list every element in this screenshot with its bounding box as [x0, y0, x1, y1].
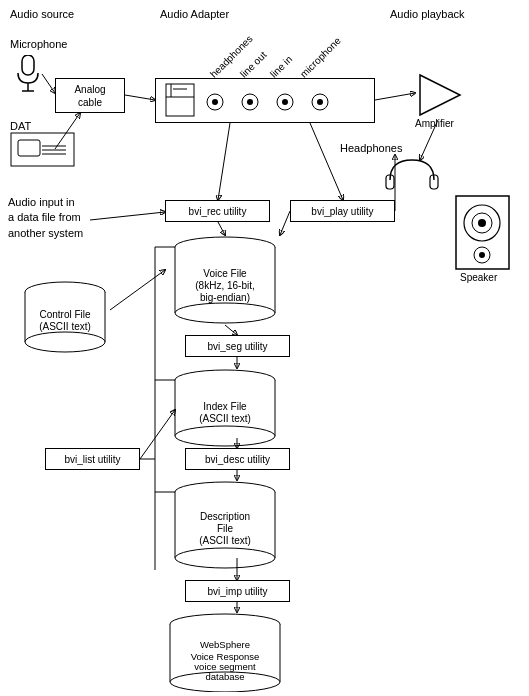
svg-line-81 [110, 270, 165, 310]
headphones-icon [385, 155, 440, 190]
bvi-imp-box: bvi_imp utility [185, 580, 290, 602]
svg-point-13 [212, 99, 218, 105]
bvi-play-box: bvi_play utility [290, 200, 395, 222]
audio-adapter-label: Audio Adapter [160, 8, 229, 20]
svg-point-40 [175, 303, 275, 323]
svg-text:WebSphere: WebSphere [200, 639, 250, 650]
websphere-container: WebSphere Voice Response voice segment d… [165, 612, 285, 694]
svg-line-73 [218, 123, 230, 200]
adapter-jacks [200, 90, 340, 115]
control-file-container: Control File (ASCII text) [20, 280, 110, 345]
description-file-container: Description File (ASCII text) [170, 480, 280, 572]
microphone-label: Microphone [10, 38, 67, 50]
index-file-cylinder: Index File (ASCII text) [170, 368, 280, 448]
svg-marker-20 [420, 75, 460, 115]
control-file-cylinder: Control File (ASCII text) [20, 280, 110, 355]
speaker-icon [455, 195, 510, 270]
svg-line-70 [125, 95, 155, 100]
bvi-seg-box: bvi_seg utility [185, 335, 290, 357]
svg-text:(8kHz, 16-bit,: (8kHz, 16-bit, [195, 280, 254, 291]
headphones-label: Headphones [340, 142, 402, 154]
svg-point-28 [479, 252, 485, 258]
microphone-icon [14, 55, 42, 93]
connector-lineout-label: line out [238, 49, 269, 80]
bvi-rec-box: bvi_rec utility [165, 200, 270, 222]
svg-text:(ASCII text): (ASCII text) [199, 413, 251, 424]
amplifier-label: Amplifier [415, 118, 454, 129]
voice-file-container: Voice File (8kHz, 16-bit, big-endian) [170, 235, 280, 327]
svg-text:Index File: Index File [203, 401, 247, 412]
audio-playback-label: Audio playback [390, 8, 465, 20]
svg-text:(ASCII text): (ASCII text) [199, 535, 251, 546]
svg-point-55 [175, 548, 275, 568]
index-file-container: Index File (ASCII text) [170, 368, 280, 450]
audio-source-label: Audio source [10, 8, 74, 20]
svg-point-26 [478, 219, 486, 227]
svg-text:database: database [205, 671, 244, 682]
svg-rect-4 [18, 140, 40, 156]
speaker-label: Speaker [460, 272, 497, 283]
voice-file-cylinder: Voice File (8kHz, 16-bit, big-endian) [170, 235, 280, 325]
audio-input-label: Audio input ina data file fromanother sy… [8, 195, 83, 241]
svg-line-76 [90, 212, 165, 220]
svg-line-68 [42, 74, 55, 93]
svg-text:File: File [217, 523, 234, 534]
svg-point-17 [282, 99, 288, 105]
svg-text:big-endian): big-endian) [200, 292, 250, 303]
amplifier-icon [415, 70, 465, 120]
description-file-cylinder: Description File (ASCII text) [170, 480, 280, 570]
svg-point-48 [175, 426, 275, 446]
diagram: Audio source Audio Adapter Audio playbac… [0, 0, 529, 696]
bvi-list-box: bvi_list utility [45, 448, 140, 470]
bvi-desc-box: bvi_desc utility [185, 448, 290, 470]
svg-line-77 [218, 222, 225, 235]
connector-microphone-label: microphone [298, 35, 343, 80]
dat-icon [10, 132, 75, 167]
analog-cable-box: Analogcable [55, 78, 125, 113]
svg-text:(ASCII text): (ASCII text) [39, 321, 91, 332]
svg-line-78 [280, 211, 290, 235]
svg-text:Control File: Control File [39, 309, 91, 320]
svg-point-15 [247, 99, 253, 105]
svg-point-19 [317, 99, 323, 105]
svg-rect-0 [22, 55, 34, 75]
websphere-cylinder: WebSphere Voice Response voice segment d… [165, 612, 285, 692]
svg-text:Voice File: Voice File [203, 268, 247, 279]
svg-line-74 [310, 123, 343, 200]
dat-label: DAT [10, 120, 31, 132]
svg-point-33 [25, 332, 105, 352]
svg-text:Description: Description [200, 511, 250, 522]
connector-linein-label: line in [268, 54, 294, 80]
svg-line-71 [375, 93, 415, 100]
adapter-disk-icon [165, 83, 195, 117]
